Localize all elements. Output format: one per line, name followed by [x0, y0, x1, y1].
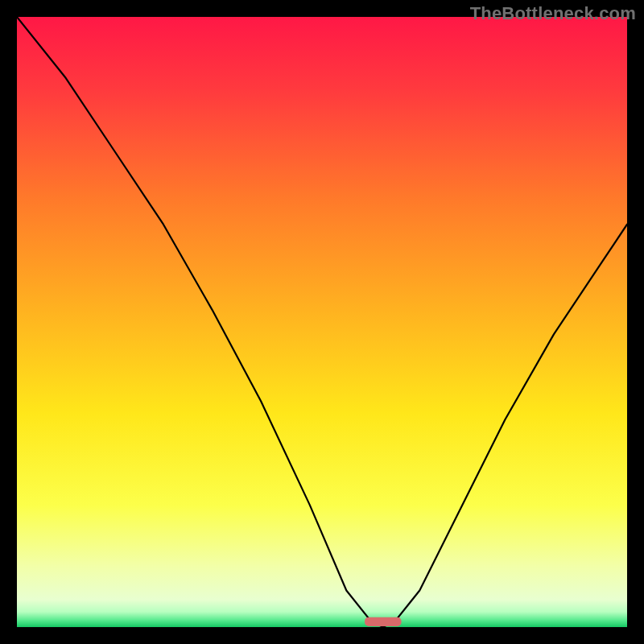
chart-svg — [17, 17, 627, 627]
plot-area — [17, 17, 627, 627]
optimal-marker — [365, 617, 401, 626]
chart-frame: TheBottleneck.com — [0, 0, 644, 644]
watermark-text: TheBottleneck.com — [470, 3, 636, 24]
